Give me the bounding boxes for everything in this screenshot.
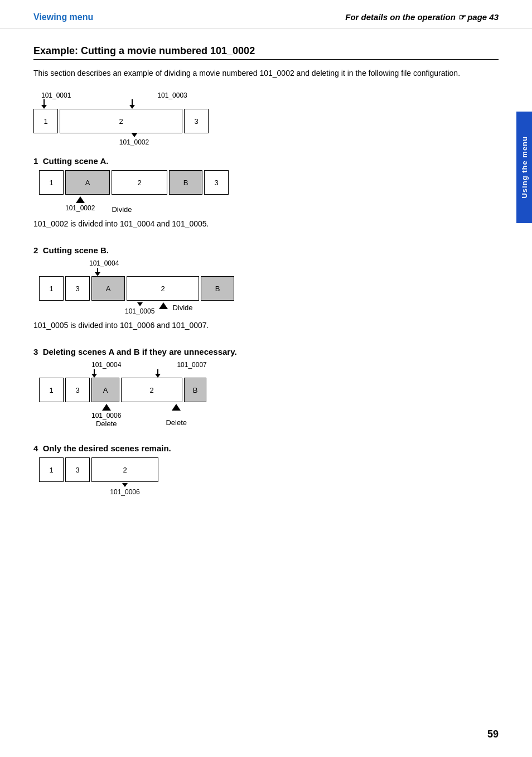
label-101-0002-initial: 101_0002 bbox=[119, 138, 149, 146]
s2-cell-3: 3 bbox=[65, 276, 90, 301]
s4-cell-2: 2 bbox=[91, 457, 158, 482]
s2-cell-A: A bbox=[91, 276, 125, 301]
delete-label-s3-left: Delete bbox=[96, 420, 117, 428]
section-description: This section describes an example of div… bbox=[33, 67, 499, 79]
s3-cell-3: 3 bbox=[65, 378, 90, 402]
label-101-0006-s3: 101_0006 bbox=[91, 412, 121, 420]
step-3-text: Deleting scenes A and B if they are unne… bbox=[43, 347, 237, 356]
s1-cell-3: 3 bbox=[204, 170, 229, 195]
step-1-num: 1 Cutting scene A. bbox=[33, 156, 499, 166]
s2-cell-B: B bbox=[201, 276, 234, 301]
step-4-block: 4 Only the desired scenes remain. 1 3 2 … bbox=[33, 443, 499, 496]
label-101-0001: 101_0001 bbox=[41, 91, 71, 99]
label-101-0004: 101_0004 bbox=[89, 259, 119, 267]
s3-cell-B: B bbox=[184, 378, 206, 402]
step-4-text: Only the desired scenes remain. bbox=[43, 443, 171, 453]
section-title-header: Viewing menu bbox=[33, 12, 93, 22]
step-2-num: 2 Cutting scene B. bbox=[33, 245, 499, 255]
step-1-text: Cutting scene A. bbox=[43, 156, 109, 166]
step-1-detail: 101_0002 is divided into 101_0004 and 10… bbox=[33, 218, 499, 230]
cell-2: 2 bbox=[60, 109, 182, 133]
step-3-block: 3 Deleting scenes A and B if they are un… bbox=[33, 347, 499, 428]
s4-cell-1: 1 bbox=[39, 457, 64, 482]
delete-label-s3-right: Delete bbox=[166, 418, 187, 427]
s3-cell-2: 2 bbox=[121, 378, 182, 402]
s4-cell-3: 3 bbox=[65, 457, 90, 482]
s1-cell-B: B bbox=[169, 170, 202, 195]
s2-cell-2: 2 bbox=[127, 276, 199, 301]
cell-1: 1 bbox=[33, 109, 58, 133]
label-101-0007-s3: 101_0007 bbox=[177, 361, 206, 369]
filmstrip-step2: 1 3 A 2 B bbox=[39, 276, 234, 301]
label-101-0005-s2: 101_0005 bbox=[125, 307, 154, 315]
label-101-0002-s1: 101_0002 bbox=[65, 204, 95, 212]
s3-cell-A: A bbox=[91, 378, 119, 402]
label-101-0004-s3: 101_0004 bbox=[91, 361, 121, 369]
side-tab-text: Using the menu bbox=[520, 136, 529, 199]
label-101-0003: 101_0003 bbox=[157, 91, 187, 99]
filmstrip-step3: 1 3 A 2 B bbox=[39, 378, 207, 402]
s1-cell-2: 2 bbox=[112, 170, 167, 195]
initial-diagram: 101_0001 101_0003 1 2 3 bbox=[33, 91, 499, 146]
step-4-num: 4 Only the desired scenes remain. bbox=[33, 443, 499, 453]
step-2-text: Cutting scene B. bbox=[43, 245, 109, 255]
divide-label-s1: Divide bbox=[112, 205, 132, 214]
side-tab: Using the menu bbox=[516, 112, 532, 223]
s1-cell-1: 1 bbox=[39, 170, 64, 195]
s1-cell-A: A bbox=[65, 170, 110, 195]
step-2-detail: 101_0005 is divided into 101_0006 and 10… bbox=[33, 320, 499, 331]
s2-cell-1: 1 bbox=[39, 276, 64, 301]
step-2-block: 2 Cutting scene B. 101_0004 1 3 A 2 bbox=[33, 245, 499, 331]
filmstrip-initial: 1 2 3 bbox=[33, 109, 209, 133]
step-1-block: 1 Cutting scene A. 1 A 2 B 3 101_0002 bbox=[33, 156, 499, 230]
step-3-num: 3 Deleting scenes A and B if they are un… bbox=[33, 347, 499, 356]
operation-reference: For details on the operation ☞ page 43 bbox=[345, 12, 499, 22]
label-101-0006-s4: 101_0006 bbox=[110, 488, 139, 496]
page-number: 59 bbox=[487, 729, 499, 740]
main-content: Example: Cutting a movie numbered 101_00… bbox=[0, 28, 532, 534]
divide-label-s2: Divide bbox=[172, 303, 192, 312]
example-title: Example: Cutting a movie numbered 101_00… bbox=[33, 45, 499, 60]
filmstrip-step1: 1 A 2 B 3 bbox=[39, 170, 229, 195]
page-header: Viewing menu For details on the operatio… bbox=[0, 0, 532, 28]
filmstrip-step4: 1 3 2 bbox=[39, 457, 158, 482]
s3-cell-1: 1 bbox=[39, 378, 64, 402]
cell-3: 3 bbox=[184, 109, 209, 133]
